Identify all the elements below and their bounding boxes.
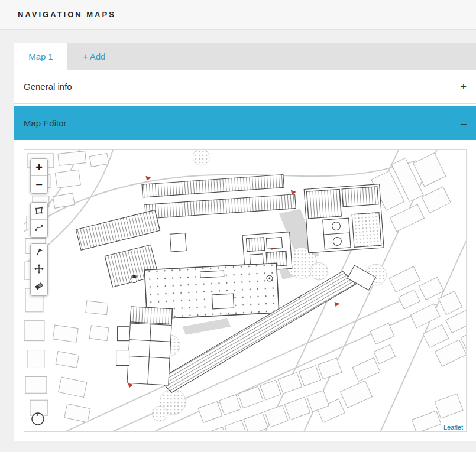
zoom-out-button[interactable]: −	[31, 176, 47, 193]
page-title: NAVIGATION MAPS	[18, 10, 116, 19]
compass-icon	[30, 418, 46, 428]
tab-add-map[interactable]: + Add	[67, 43, 121, 70]
marker-flag-button[interactable]	[31, 244, 47, 261]
site-plan-drawing	[24, 150, 466, 431]
accordion-map-editor[interactable]: Map Editor –	[14, 106, 476, 140]
draw-polyline-button[interactable]	[31, 220, 47, 237]
accordion-map-editor-label: Map Editor	[24, 118, 67, 128]
move-arrows-icon	[34, 263, 44, 277]
draw-polygon-button[interactable]	[31, 203, 47, 220]
maps-panel: Map 1 + Add General info + Map Editor –	[14, 43, 476, 441]
zoom-in-button[interactable]: +	[31, 159, 47, 176]
eraser-icon	[34, 280, 44, 294]
accordion-general-info[interactable]: General info +	[14, 70, 476, 104]
zoom-control: + −	[30, 158, 48, 194]
erase-button[interactable]	[31, 278, 47, 295]
tab-bar: Map 1 + Add	[14, 43, 476, 70]
collapse-icon: –	[461, 118, 467, 129]
page-header: NAVIGATION MAPS	[0, 0, 476, 30]
polyline-draw-icon	[34, 222, 44, 235]
map-canvas[interactable]: + −	[24, 149, 467, 432]
flag-tool-icon	[34, 246, 44, 259]
tab-map-1[interactable]: Map 1	[14, 43, 67, 70]
accordion-general-info-label: General info	[24, 82, 72, 92]
polygon-draw-icon	[34, 204, 44, 218]
map-attribution: Leaflet	[441, 423, 466, 431]
orientation-control[interactable]	[30, 411, 46, 427]
move-button[interactable]	[31, 261, 47, 278]
page: NAVIGATION MAPS Map 1 + Add General info…	[0, 0, 476, 452]
expand-icon: +	[460, 82, 467, 92]
map-editor-body: + −	[14, 140, 476, 441]
leaflet-link[interactable]: Leaflet	[443, 424, 463, 431]
draw-toolbar	[30, 202, 48, 238]
edit-toolbar	[30, 243, 48, 296]
